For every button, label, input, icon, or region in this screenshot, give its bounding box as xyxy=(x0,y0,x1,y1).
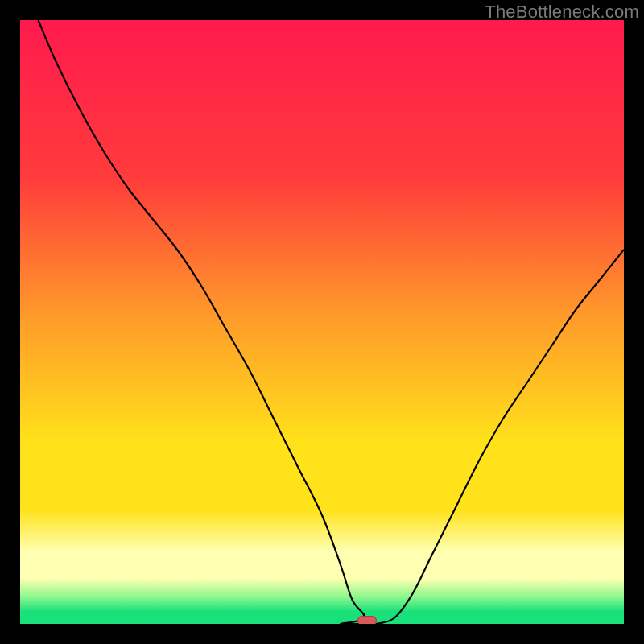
optimum-marker xyxy=(357,616,377,624)
bottleneck-curve xyxy=(39,20,625,624)
watermark-text: TheBottleneck.com xyxy=(485,2,639,23)
curve-layer xyxy=(20,20,624,624)
plot-area xyxy=(20,20,624,624)
chart-frame: TheBottleneck.com xyxy=(0,0,644,644)
